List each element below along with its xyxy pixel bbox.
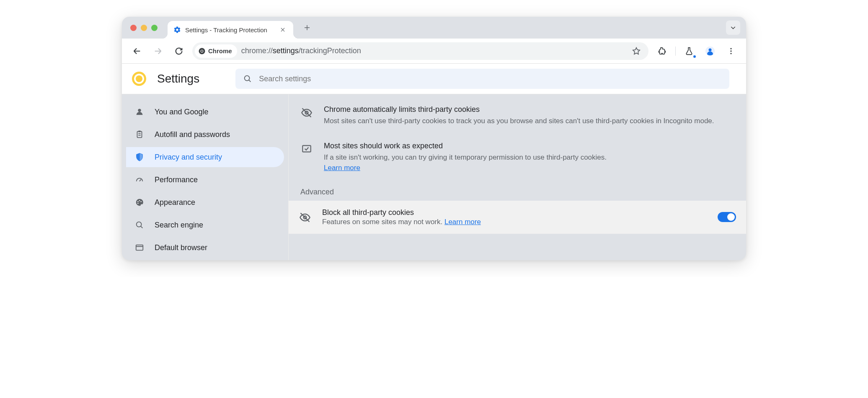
info-description: Most sites can't use third-party cookies… (324, 116, 714, 127)
back-button[interactable] (129, 44, 145, 59)
maximize-window-button[interactable] (151, 25, 158, 31)
palette-icon (134, 197, 145, 207)
profile-button[interactable] (703, 44, 718, 59)
gauge-icon (134, 175, 145, 185)
sidebar-item-label: Privacy and security (155, 153, 222, 162)
svg-point-5 (730, 48, 731, 49)
search-settings-field[interactable] (235, 69, 729, 89)
svg-rect-11 (138, 131, 141, 132)
info-title: Most sites should work as expected (324, 142, 607, 150)
info-row-limits-cookies: Chrome automatically limits third-party … (300, 98, 734, 134)
svg-point-4 (709, 48, 712, 51)
tab-title: Settings - Tracking Protection (185, 26, 274, 34)
search-settings-input[interactable] (258, 74, 722, 84)
browser-tab[interactable]: Settings - Tracking Protection (168, 21, 293, 39)
search-icon (134, 220, 145, 230)
sidebar-item-privacy-security[interactable]: Privacy and security (126, 147, 284, 167)
url-text: chrome://settings/trackingProtection (241, 47, 361, 55)
svg-point-2 (201, 50, 203, 52)
checkbox-icon (300, 143, 313, 156)
forward-button[interactable] (150, 44, 165, 59)
extensions-button[interactable] (654, 44, 669, 59)
svg-point-15 (137, 203, 138, 204)
svg-point-8 (245, 76, 250, 81)
svg-rect-10 (137, 132, 142, 138)
info-description: If a site isn't working, you can try giv… (324, 152, 607, 173)
sidebar: You and Google Autofill and passwords Pr… (122, 94, 289, 260)
minimize-window-button[interactable] (141, 25, 147, 31)
learn-more-link[interactable]: Learn more (444, 218, 481, 226)
person-icon (134, 107, 145, 117)
sidebar-item-label: Appearance (155, 198, 195, 207)
sidebar-item-appearance[interactable]: Appearance (126, 192, 284, 212)
site-chip[interactable]: Chrome (195, 44, 237, 58)
address-bar[interactable]: Chrome chrome://settings/trackingProtect… (192, 42, 648, 60)
close-window-button[interactable] (130, 25, 137, 31)
svg-point-9 (138, 109, 141, 112)
block-row-title: Block all third-party cookies (322, 208, 707, 217)
info-title: Chrome automatically limits third-party … (324, 105, 714, 114)
chrome-icon (198, 47, 206, 55)
visibility-off-icon (300, 107, 313, 119)
block-cookies-toggle[interactable] (718, 212, 736, 222)
sidebar-item-you-and-google[interactable]: You and Google (126, 102, 284, 122)
browser-window: Settings - Tracking Protection C (122, 17, 746, 260)
block-row-description: Features on some sites may not work. Lea… (322, 218, 707, 226)
chrome-logo-icon (132, 72, 146, 86)
page-title: Settings (157, 72, 199, 85)
sidebar-item-label: Performance (155, 176, 198, 184)
section-label-advanced: Advanced (300, 188, 734, 196)
shield-icon (134, 152, 145, 162)
bookmark-button[interactable] (630, 45, 643, 57)
svg-point-7 (730, 53, 731, 54)
toolbar: Chrome chrome://settings/trackingProtect… (122, 39, 746, 64)
sidebar-item-autofill[interactable]: Autofill and passwords (126, 124, 284, 145)
sidebar-item-label: Search engine (155, 221, 203, 230)
sidebar-item-default-browser[interactable]: Default browser (126, 238, 284, 258)
browser-icon (134, 243, 145, 253)
sidebar-item-label: You and Google (155, 108, 208, 116)
settings-body: You and Google Autofill and passwords Pr… (122, 94, 746, 260)
tab-search-button[interactable] (726, 21, 740, 35)
learn-more-link[interactable]: Learn more (324, 164, 360, 172)
info-row-sites-work: Most sites should work as expected If a … (300, 134, 734, 181)
svg-rect-17 (136, 245, 143, 251)
close-tab-button[interactable] (278, 26, 287, 34)
tabstrip-trailing (726, 21, 740, 35)
main-content: Chrome automatically limits third-party … (289, 94, 746, 260)
labs-button[interactable] (682, 44, 697, 59)
menu-button[interactable] (723, 44, 739, 59)
tab-strip: Settings - Tracking Protection (122, 17, 746, 39)
search-icon (243, 74, 252, 83)
settings-gear-icon (173, 26, 181, 34)
svg-point-16 (137, 222, 142, 227)
toolbar-divider (675, 47, 676, 56)
sidebar-item-search-engine[interactable]: Search engine (126, 215, 284, 235)
sidebar-item-label: Autofill and passwords (155, 130, 230, 139)
clipboard-icon (134, 129, 145, 140)
window-controls (130, 25, 158, 31)
sidebar-item-label: Default browser (155, 243, 207, 252)
svg-point-13 (139, 200, 140, 201)
reload-button[interactable] (171, 44, 186, 59)
visibility-off-icon (299, 212, 311, 224)
sidebar-item-performance[interactable]: Performance (126, 170, 284, 190)
settings-header: Settings (122, 64, 746, 94)
new-tab-button[interactable] (301, 21, 313, 34)
chip-label: Chrome (208, 47, 232, 54)
svg-rect-19 (302, 145, 311, 152)
svg-point-14 (140, 201, 141, 202)
svg-point-6 (730, 50, 731, 52)
svg-point-12 (137, 201, 138, 202)
block-all-cookies-row: Block all third-party cookies Features o… (289, 201, 746, 234)
